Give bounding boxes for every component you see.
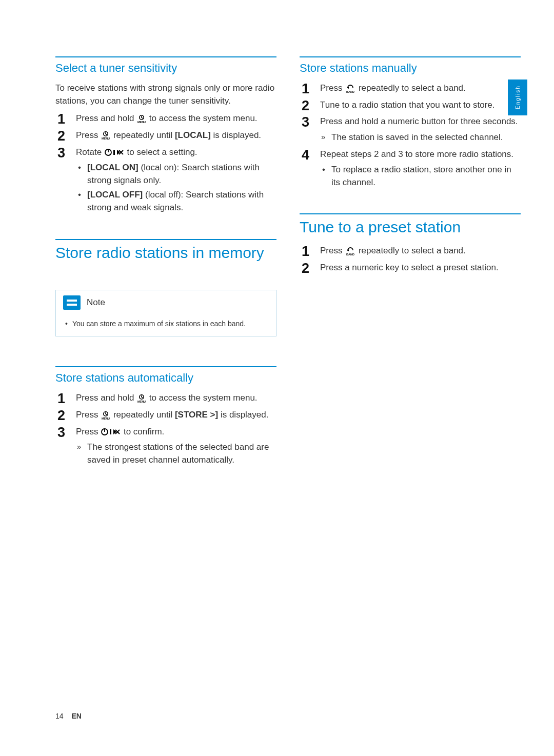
option-local-on: [LOCAL ON] (local on): Search stations w… <box>87 162 276 187</box>
rotary-mute-icon <box>101 427 121 436</box>
step-item: Press and hold a numeric button for thre… <box>300 115 521 144</box>
steps-store-manual: Press BAND repeatedly to select a band. … <box>300 82 521 189</box>
intro-sensitivity: To receive stations with strong signals … <box>55 82 276 107</box>
step-item: Press a numeric key to select a preset s… <box>300 262 521 274</box>
section-rule <box>300 213 521 214</box>
svg-text:BAND: BAND <box>346 90 354 93</box>
step-item: Rotate to select a setting. [LOCAL ON] (… <box>55 146 276 214</box>
note-box: Note You can store a maximum of six stat… <box>55 290 276 337</box>
heading-tune-preset: Tune to a preset station <box>300 218 521 235</box>
step-item: Press and hold MENU to access the system… <box>55 112 276 125</box>
step-item: Tune to a radio station that you want to… <box>300 99 521 112</box>
step-item: Press MENU repeatedly until [STORE >] is… <box>55 409 276 422</box>
svg-line-15 <box>142 397 143 398</box>
note-icon <box>63 295 81 310</box>
bullet-text: To replace a radio station, store anothe… <box>331 164 521 189</box>
menu-icon: MENU <box>136 114 147 124</box>
svg-line-19 <box>106 414 107 415</box>
page-number: 14 <box>55 712 64 720</box>
band-icon: BAND <box>345 84 356 93</box>
menu-icon: MENU <box>101 131 111 140</box>
heading-store-memory: Store radio stations in memory <box>55 244 276 261</box>
svg-rect-23 <box>110 429 111 434</box>
menu-icon: MENU <box>136 394 147 403</box>
step-item: Press to confirm. The strongest stations… <box>55 426 276 467</box>
svg-text:MENU: MENU <box>102 137 110 140</box>
note-text: You can store a maximum of six stations … <box>63 319 269 329</box>
heading-store-manual: Store stations manually <box>300 62 521 75</box>
section-rule <box>300 56 521 57</box>
note-label: Note <box>87 297 105 308</box>
step-item: Press MENU repeatedly until [LOCAL] is d… <box>55 129 276 142</box>
step-item: Press and hold MENU to access the system… <box>55 392 276 405</box>
steps-store-auto: Press and hold MENU to access the system… <box>55 392 276 466</box>
step-item: Press BAND repeatedly to select a band. <box>300 82 521 95</box>
heading-select-sensitivity: Select a tuner sensitivity <box>55 62 276 75</box>
right-column: Store stations manually Press BAND repea… <box>300 56 521 471</box>
rotary-mute-icon <box>104 148 125 157</box>
svg-text:MENU: MENU <box>137 400 146 403</box>
page-content: Select a tuner sensitivity To receive st… <box>0 0 554 502</box>
menu-icon: MENU <box>101 411 111 420</box>
result-text: The station is saved in the selected cha… <box>331 131 521 144</box>
page-footer: 14 EN <box>55 712 82 720</box>
svg-text:BAND: BAND <box>346 253 354 256</box>
band-icon: BAND <box>345 247 356 256</box>
section-rule <box>55 366 276 367</box>
svg-line-2 <box>142 117 143 118</box>
left-column: Select a tuner sensitivity To receive st… <box>55 56 276 471</box>
section-rule <box>55 56 276 57</box>
svg-text:MENU: MENU <box>102 417 110 420</box>
svg-line-6 <box>106 134 107 135</box>
result-text: The strongest stations of the selected b… <box>87 441 276 466</box>
step-item: Press BAND repeatedly to select a band. <box>300 245 521 257</box>
svg-text:MENU: MENU <box>137 121 146 124</box>
option-local-off: [LOCAL OFF] (local off): Search stations… <box>87 189 276 214</box>
heading-store-auto: Store stations automatically <box>55 371 276 385</box>
steps-tune-preset: Press BAND repeatedly to select a band. … <box>300 245 521 274</box>
svg-rect-10 <box>113 150 115 155</box>
section-rule <box>55 239 276 240</box>
page-lang: EN <box>71 712 81 720</box>
steps-sensitivity: Press and hold MENU to access the system… <box>55 112 276 214</box>
step-item: Repeat steps 2 and 3 to store more radio… <box>300 148 521 189</box>
